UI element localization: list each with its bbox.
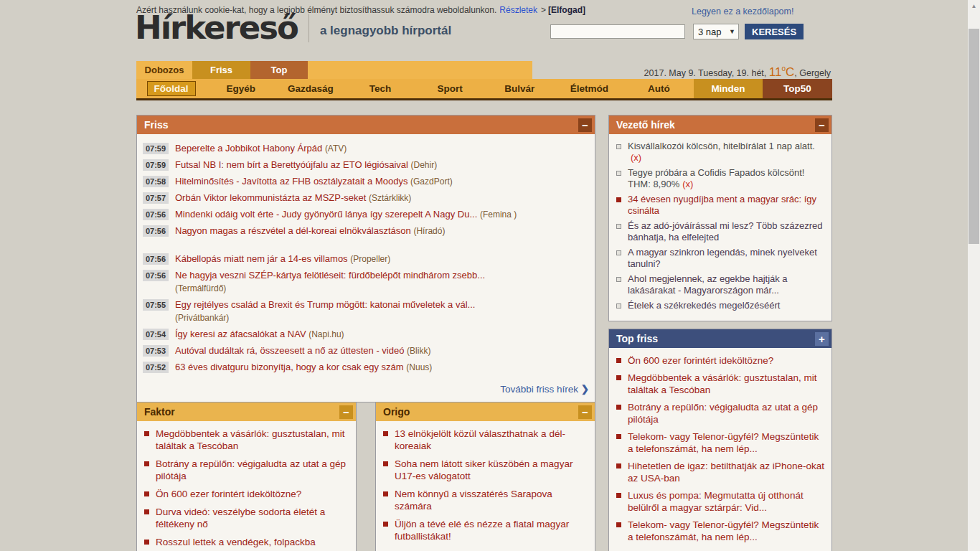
headline-link[interactable]: És az adó-jóváírással mi lesz? Több száz…: [628, 220, 824, 243]
list-item: Telekom- vagy Telenor-ügyfél? Megszüntet…: [616, 519, 824, 543]
bullet-icon: [616, 303, 621, 309]
list-item: A magyar szinkron legendás, minek nyelve…: [616, 247, 824, 270]
headline-link[interactable]: Luxus és pompa: Megmutatta új otthonát b…: [628, 489, 824, 514]
list-item: Ahol megjelennek, az egekbe hajtják a la…: [616, 273, 824, 296]
nav-item[interactable]: Sport: [415, 79, 485, 98]
headline-link[interactable]: A magyar szinkron legendás, minek nyelve…: [628, 247, 824, 270]
scrollbar-thumb[interactable]: [969, 29, 979, 244]
set-homepage-link[interactable]: Legyen ez a kezdőlapom!: [692, 6, 793, 17]
collapse-button[interactable]: −: [578, 118, 592, 132]
headline-link[interactable]: Futsal NB I: nem bírt a Berettyóújfalu a…: [175, 159, 408, 170]
cookie-details-link[interactable]: Részletek: [499, 5, 537, 15]
nav-item[interactable]: Életmód: [555, 79, 624, 98]
more-fresh-news-link[interactable]: További friss hírek ❯: [137, 376, 595, 402]
headline-link[interactable]: 13 elnökjelölt közül választhatnak a dél…: [395, 428, 588, 452]
tab-friss[interactable]: Friss: [192, 61, 250, 79]
time-badge: 07:54: [143, 329, 169, 340]
nav-item[interactable]: Autó: [624, 79, 694, 98]
nav-item-label: Gazdaság: [288, 83, 334, 94]
collapse-button[interactable]: −: [578, 405, 592, 419]
headline-link[interactable]: Nagyon magas a részvétel a dél-koreai el…: [175, 225, 411, 236]
cookie-accept-button[interactable]: [Elfogad]: [548, 5, 585, 15]
headline-link[interactable]: Kisvállalkozói kölcsön, hitelbírálat 1 n…: [628, 141, 824, 164]
list-item: 34 évesen nyugdíjba ment a magyar srác: …: [616, 194, 824, 217]
bullet-icon: [616, 144, 621, 149]
tab-dobozos[interactable]: Dobozos: [136, 61, 192, 79]
headline-link[interactable]: Kábellopás miatt nem jár a 14-es villamo…: [175, 253, 348, 264]
headline-link[interactable]: Üljön a tévé elé és nézze a fiatal magya…: [395, 518, 588, 542]
headline-link[interactable]: Durva videó: veszélybe sodorta életét a …: [156, 506, 349, 530]
headline-link[interactable]: Mindenki odáig volt érte - Judy gyönyörű…: [175, 209, 477, 220]
nav-item[interactable]: Főoldal: [136, 79, 206, 98]
headline-link[interactable]: Elkel ma Budapesten az esernyő: [395, 548, 536, 551]
headline-link[interactable]: Beperelte a Jobbikot Habony Árpád: [175, 143, 322, 154]
list-item: Telekom- vagy Telenor-ügyfél? Megszüntet…: [616, 430, 824, 455]
source-label: (Femina ): [480, 209, 517, 220]
headline-link[interactable]: Ön 600 ezer forintért ideköltözne?: [628, 354, 773, 367]
news-row: 07:59 Beperelte a Jobbikot Habony Árpád …: [143, 141, 588, 157]
headline-link[interactable]: Tegye próbára a Cofidis Fapados kölcsönt…: [628, 167, 824, 190]
nav-item-label: Bulvár: [504, 83, 534, 94]
nav-item-label: Főoldal: [147, 81, 196, 96]
close-ad-x[interactable]: (x): [631, 152, 641, 163]
headline-link[interactable]: Ahol megjelennek, az egekbe hajtják a la…: [628, 273, 824, 296]
headline-link[interactable]: Telekom- vagy Telenor-ügyfél? Megszüntet…: [628, 430, 824, 455]
chevron-down-icon: ▼: [729, 28, 735, 35]
expand-button[interactable]: +: [815, 332, 829, 346]
headline-link[interactable]: Hitelminősítés - Javította az FHB osztál…: [175, 176, 407, 187]
period-select[interactable]: 3 nap ▼: [693, 24, 739, 39]
list-item: Durva videó: veszélybe sodorta életét a …: [143, 506, 349, 530]
nav-item[interactable]: Egyéb: [206, 79, 275, 98]
nav-item-top50[interactable]: Top50: [763, 79, 832, 98]
headline-link[interactable]: Botrány a repülőn: végigaludta az utat a…: [628, 401, 824, 425]
close-ad-x[interactable]: (x): [682, 179, 693, 189]
plus-icon: +: [819, 334, 825, 344]
nameday-text: , Gergely: [794, 68, 831, 78]
headline-link[interactable]: 34 évesen nyugdíjba ment a magyar srác: …: [628, 194, 824, 217]
headline-link[interactable]: Nem könnyű a visszatérés Sarapova számár…: [395, 488, 588, 512]
list-item: Nem könnyű a visszatérés Sarapova számár…: [382, 488, 588, 512]
nav-item-minden[interactable]: Minden: [694, 79, 763, 98]
headline-link[interactable]: Ne hagyja veszni SZÉP-kártya felötléseit…: [175, 270, 485, 281]
tab-top[interactable]: Top: [250, 61, 308, 79]
time-badge: 07:57: [143, 192, 169, 204]
headline-link[interactable]: Botrány a repülőn: végigaludta az utat a…: [156, 458, 349, 482]
nav-item[interactable]: Tech: [345, 79, 415, 98]
headline-link[interactable]: 63 éves divatguru bizonyítja, hogy a kor…: [175, 362, 404, 372]
list-item: Soha nem látott siker küszöbén a magyar …: [382, 458, 588, 482]
headline-link[interactable]: Telekom- vagy Telenor-ügyfél? Megszüntet…: [628, 519, 824, 543]
collapse-button[interactable]: −: [339, 405, 353, 419]
nav-item[interactable]: Gazdaság: [275, 79, 345, 98]
headline-link[interactable]: Soha nem látott siker küszöbén a magyar …: [395, 458, 588, 482]
news-row: 07:56 Nagyon magas a részvétel a dél-kor…: [143, 223, 588, 240]
bullet-icon: [144, 509, 149, 514]
scrollbar[interactable]: ▲: [968, 0, 980, 551]
site-logo[interactable]: Hírkereső: [135, 11, 298, 44]
search-input[interactable]: [550, 24, 685, 39]
search-button[interactable]: KERESÉS: [745, 24, 804, 39]
headline-link[interactable]: Így keresi az áfacsalókat a NAV: [175, 329, 306, 339]
nav-item[interactable]: Bulvár: [485, 79, 555, 98]
bullet-icon: [144, 491, 149, 496]
headline-link[interactable]: Megdöbbentek a vásárlók: gusztustalan, m…: [156, 428, 349, 452]
bullet-icon: [144, 540, 149, 545]
nav-item-label: Életmód: [570, 83, 608, 94]
headline-link[interactable]: Egy rejtélyes család a Brexit és Trump m…: [175, 299, 475, 310]
list-item: Ételek a székrekedés megelőzéséért: [616, 300, 824, 311]
headline-link[interactable]: Megdöbbentek a vásárlók: gusztustalan, m…: [628, 372, 824, 396]
collapse-button[interactable]: −: [815, 118, 829, 132]
news-row: 07:54 Így keresi az áfacsalókat a NAV (N…: [143, 326, 588, 343]
bullet-icon: [616, 493, 621, 498]
source-label: (GazdPort): [410, 176, 453, 187]
headline-link[interactable]: Ön 600 ezer forintért ideköltözne?: [156, 488, 301, 500]
headline-link[interactable]: Autóval dudáltak rá, összeesett a nő az …: [175, 345, 404, 356]
time-badge: 07:53: [143, 345, 169, 357]
headline-link[interactable]: Orbán Viktor lekommunistázta az MSZP-sek…: [175, 192, 366, 203]
friss-news-list: 07:59 Beperelte a Jobbikot Habony Árpád …: [137, 134, 595, 376]
source-label: (Blikk): [407, 346, 430, 356]
headline-link[interactable]: Ételek a székrekedés megelőzéséért: [628, 300, 783, 311]
origo-panel-header: Origo −: [376, 402, 595, 421]
headline-link[interactable]: Rosszul lettek a vendégek, folpackba cso…: [156, 536, 349, 551]
headline-link[interactable]: Hihetetlen de igaz: betilthatják az iPho…: [628, 460, 824, 484]
scroll-up-button[interactable]: ▲: [968, 0, 980, 12]
